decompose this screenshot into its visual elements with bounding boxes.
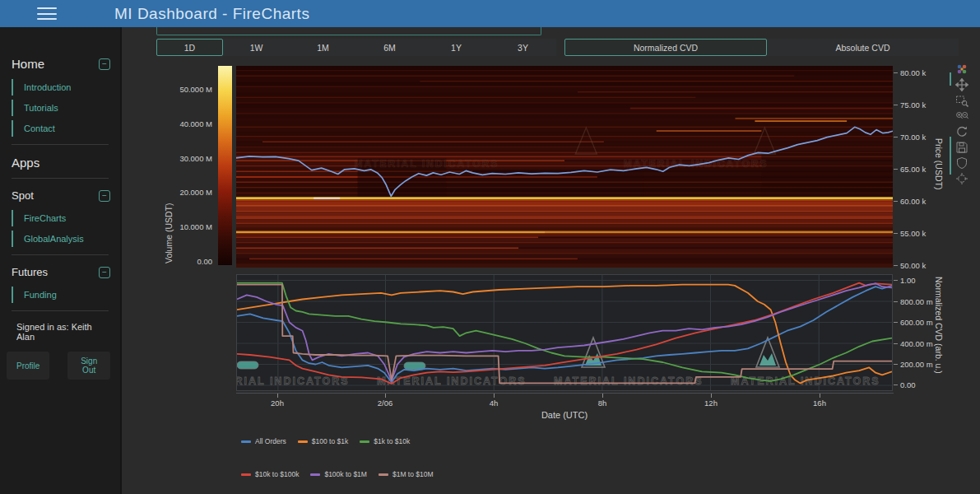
x-tick-label: 2/06 [367,398,403,408]
collapse-icon[interactable]: − [99,267,110,278]
colorbar-tick-label: 40.000 M [153,119,212,128]
colorbar-tick-label: 10.000 M [153,222,212,231]
cvd-mode-button-absolute[interactable]: Absolute CVD [767,39,959,56]
legend-item--10k-to-100k[interactable]: $10k to $100k [241,470,299,478]
legend-item--100-to-1k[interactable]: $100 to $1k [298,437,348,445]
x-tick-label: 8h [584,398,620,408]
x-axis-line [236,393,894,394]
hover-icon[interactable] [955,156,968,170]
sidebar-section-label: Apps [12,156,39,170]
cvd-tick-label: 200.00 m [900,360,933,369]
legend-label: $100 to $1k [312,437,348,445]
sidebar-divider [12,310,109,311]
modebar-accent-bar [950,137,951,175]
sidebar-item-globalanalysis[interactable]: GlobalAnalysis [12,231,110,247]
sidebar-item-contact[interactable]: Contact [12,120,110,137]
tick-mark [820,394,820,398]
normalized-cvd-plot[interactable]: MATERIAL INDICATORSMATERIAL INDICATORSMA… [236,274,893,391]
tick-mark [277,394,278,398]
sidebar: Home−IntroductionTutorialsContactAppsSpo… [0,27,122,494]
cvd-series--1m-to-10m [237,285,892,384]
autoscale-icon[interactable] [955,125,968,138]
profile-button[interactable]: Profile [7,352,49,380]
sidebar-item-tutorials[interactable]: Tutorials [12,100,110,116]
price-tick-label: 55.00 k [900,229,926,238]
legend-item--100k-to-1m[interactable]: $100k to $1M [310,470,367,478]
tick-mark [894,105,898,105]
range-button-1w[interactable]: 1W [223,39,290,56]
sign-out-button[interactable]: Sign Out [67,352,110,380]
x-axis-title: Date (UTC) [499,410,630,420]
cvd-tick-label: 800.00 m [900,297,933,306]
svg-text:MATERIAL INDICATORS: MATERIAL INDICATORS [554,375,704,387]
cvd-tick-label: 600.00 m [900,318,933,327]
heatmap-canvas: MATERIAL INDICATORSMATERIAL INDICATORS [236,66,893,268]
range-button-1m[interactable]: 1M [290,39,356,56]
spikelines-icon[interactable] [955,172,968,185]
sidebar-item-funding[interactable]: Funding [12,287,110,303]
x-tick-label: 12h [693,398,729,408]
app-title: MI Dashboard - FireCharts [114,5,309,23]
collapse-icon[interactable]: − [99,190,110,202]
svg-text:MATERIAL INDICATORS: MATERIAL INDICATORS [377,375,527,387]
legend-row-2: $10k to $100k$100k to $1M$1M to $10M [241,470,434,478]
range-button-1d[interactable]: 1D [156,39,223,56]
download-icon[interactable] [955,141,968,154]
tick-mark [894,280,898,281]
zoom-in-out-icon[interactable] [955,110,968,123]
legend-item--1k-to-10k[interactable]: $1k to $10k [360,437,410,445]
legend-swatch [310,473,320,476]
sidebar-divider [12,178,109,179]
colorbar-tick-label: 20.000 M [153,188,212,197]
sidebar-section-label: Spot [12,189,34,202]
legend-item-all-orders[interactable]: All Orders [241,437,286,445]
range-button-1y[interactable]: 1Y [423,39,490,56]
box-zoom-icon[interactable] [955,94,968,107]
svg-text:MATERIAL INDICATORS: MATERIAL INDICATORS [355,158,499,170]
modebar-accent-bar [950,72,951,86]
tick-mark [894,72,898,73]
mi-dashboard-app: MI Dashboard - FireCharts Home−Introduct… [0,0,980,494]
tick-mark [894,364,898,365]
tick-mark [494,394,495,398]
range-button-6m[interactable]: 6M [356,39,423,56]
pan-icon[interactable] [955,78,968,91]
legend-swatch [241,473,251,476]
sidebar-section-label: Futures [12,266,48,278]
collapse-icon[interactable]: − [99,58,110,70]
hamburger-menu-icon[interactable] [37,7,57,20]
cvd-mode-button-normalized[interactable]: Normalized CVD [564,39,767,56]
cvd-tick-label: 400.00 m [900,339,933,348]
sidebar-item-introduction[interactable]: Introduction [12,79,110,96]
sidebar-item-firecharts[interactable]: FireCharts [12,210,110,226]
price-tick-label: 60.00 k [900,197,926,206]
tick-mark [894,301,898,302]
legend-item--1m-to-10m[interactable]: $1M to $10M [379,470,434,478]
tick-mark [894,201,898,202]
signed-in-text: Signed in as: Keith Alan [16,322,110,342]
price-axis-title: Price (USDT) [934,138,944,189]
price-tick-label: 50.00 k [900,261,926,270]
cvd-mode-selector: Normalized CVDAbsolute CVD [564,39,959,56]
price-tick-label: 70.00 k [900,133,926,142]
svg-text:MATERIAL INDICATORS: MATERIAL INDICATORS [237,375,350,387]
plotly-modebar [953,63,971,185]
cvd-tick-label: 1.00 [900,276,916,285]
sidebar-divider [12,144,109,145]
volume-axis-title: Volume (USDT) [164,203,174,263]
cvd-series-all-orders [237,286,892,382]
x-tick-label: 16h [801,398,838,408]
sidebar-divider [12,254,109,255]
colorbar-tick-label: 50.000 M [153,85,212,94]
legend-label: $10k to $100k [255,470,299,478]
colorbar-tick-label: 30.000 M [153,154,212,163]
legend-swatch [298,440,308,443]
sidebar-section-futures: Futures− [12,266,110,278]
price-volume-heatmap-plot[interactable]: MATERIAL INDICATORSMATERIAL INDICATORS [236,66,893,268]
legend-swatch [379,473,388,476]
x-tick-label: 20h [259,398,295,408]
tick-mark [894,384,898,385]
plotly-logo-icon[interactable] [955,63,968,76]
range-button-3y[interactable]: 3Y [490,39,556,56]
time-range-selector: 1D1W1M6M1Y3Y [156,39,556,56]
